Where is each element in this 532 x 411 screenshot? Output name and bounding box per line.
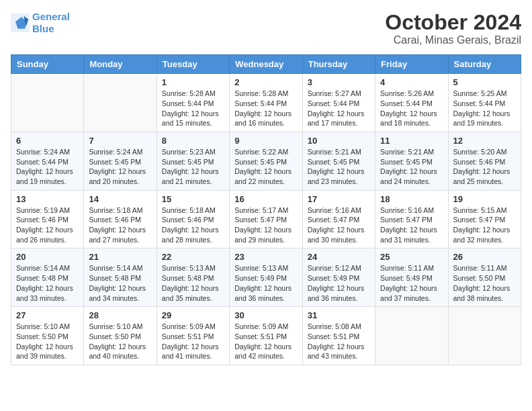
calendar-week-row: 20Sunrise: 5:14 AMSunset: 5:48 PMDayligh… bbox=[11, 248, 521, 307]
calendar-day-cell: 15Sunrise: 5:18 AMSunset: 5:46 PMDayligh… bbox=[157, 190, 229, 248]
day-info: Sunrise: 5:18 AMSunset: 5:46 PMDaylight:… bbox=[162, 205, 224, 245]
calendar-week-row: 6Sunrise: 5:24 AMSunset: 5:44 PMDaylight… bbox=[11, 132, 521, 190]
logo-line2: Blue bbox=[32, 23, 54, 34]
weekday-header: Tuesday bbox=[157, 55, 229, 74]
calendar-day-cell: 26Sunrise: 5:11 AMSunset: 5:50 PMDayligh… bbox=[448, 248, 521, 307]
day-number: 13 bbox=[16, 194, 79, 204]
day-number: 1 bbox=[162, 77, 224, 87]
weekday-header: Wednesday bbox=[230, 55, 302, 74]
day-info: Sunrise: 5:09 AMSunset: 5:51 PMDaylight:… bbox=[234, 322, 297, 361]
calendar-day-cell: 25Sunrise: 5:11 AMSunset: 5:49 PMDayligh… bbox=[375, 248, 448, 307]
day-number: 8 bbox=[162, 136, 224, 146]
day-number: 28 bbox=[89, 310, 151, 320]
calendar-day-cell: 31Sunrise: 5:08 AMSunset: 5:51 PMDayligh… bbox=[302, 307, 375, 365]
day-number: 3 bbox=[308, 77, 370, 87]
day-info: Sunrise: 5:21 AMSunset: 5:45 PMDaylight:… bbox=[308, 147, 370, 187]
day-info: Sunrise: 5:24 AMSunset: 5:45 PMDaylight:… bbox=[89, 147, 151, 187]
day-info: Sunrise: 5:16 AMSunset: 5:47 PMDaylight:… bbox=[380, 205, 443, 245]
day-info: Sunrise: 5:25 AMSunset: 5:44 PMDaylight:… bbox=[453, 89, 516, 128]
day-info: Sunrise: 5:23 AMSunset: 5:45 PMDaylight:… bbox=[162, 147, 224, 187]
calendar-week-row: 1Sunrise: 5:28 AMSunset: 5:44 PMDaylight… bbox=[11, 74, 521, 132]
day-info: Sunrise: 5:15 AMSunset: 5:47 PMDaylight:… bbox=[453, 205, 516, 245]
day-number: 25 bbox=[380, 252, 443, 262]
calendar-day-cell: 18Sunrise: 5:16 AMSunset: 5:47 PMDayligh… bbox=[375, 190, 448, 248]
day-info: Sunrise: 5:19 AMSunset: 5:46 PMDaylight:… bbox=[16, 205, 79, 245]
calendar-day-cell bbox=[448, 307, 521, 365]
logo-icon bbox=[11, 13, 30, 32]
day-number: 14 bbox=[89, 194, 151, 204]
day-number: 31 bbox=[308, 310, 370, 320]
calendar-day-cell: 10Sunrise: 5:21 AMSunset: 5:45 PMDayligh… bbox=[302, 132, 375, 190]
day-number: 20 bbox=[16, 252, 79, 262]
day-number: 16 bbox=[234, 194, 297, 204]
calendar-day-cell: 14Sunrise: 5:18 AMSunset: 5:46 PMDayligh… bbox=[84, 190, 157, 248]
day-number: 30 bbox=[234, 310, 297, 320]
day-info: Sunrise: 5:27 AMSunset: 5:44 PMDaylight:… bbox=[308, 89, 370, 128]
calendar-day-cell: 17Sunrise: 5:16 AMSunset: 5:47 PMDayligh… bbox=[302, 190, 375, 248]
day-number: 10 bbox=[308, 136, 370, 146]
day-info: Sunrise: 5:11 AMSunset: 5:49 PMDaylight:… bbox=[380, 263, 443, 303]
day-number: 24 bbox=[308, 252, 370, 262]
calendar-day-cell: 9Sunrise: 5:22 AMSunset: 5:45 PMDaylight… bbox=[230, 132, 302, 190]
day-number: 21 bbox=[89, 252, 151, 262]
calendar-day-cell: 19Sunrise: 5:15 AMSunset: 5:47 PMDayligh… bbox=[448, 190, 521, 248]
calendar-header-row: SundayMondayTuesdayWednesdayThursdayFrid… bbox=[11, 55, 521, 74]
day-info: Sunrise: 5:22 AMSunset: 5:45 PMDaylight:… bbox=[234, 147, 297, 187]
page-header: General Blue October 2024 Carai, Minas G… bbox=[11, 11, 521, 46]
calendar-day-cell: 29Sunrise: 5:09 AMSunset: 5:51 PMDayligh… bbox=[157, 307, 229, 365]
day-number: 18 bbox=[380, 194, 443, 204]
calendar-day-cell: 12Sunrise: 5:20 AMSunset: 5:46 PMDayligh… bbox=[448, 132, 521, 190]
calendar-day-cell bbox=[375, 307, 448, 365]
calendar-week-row: 27Sunrise: 5:10 AMSunset: 5:50 PMDayligh… bbox=[11, 307, 521, 365]
day-info: Sunrise: 5:20 AMSunset: 5:46 PMDaylight:… bbox=[453, 147, 516, 187]
calendar-day-cell: 6Sunrise: 5:24 AMSunset: 5:44 PMDaylight… bbox=[11, 132, 84, 190]
calendar-day-cell: 22Sunrise: 5:13 AMSunset: 5:48 PMDayligh… bbox=[157, 248, 229, 307]
day-number: 9 bbox=[234, 136, 297, 146]
day-info: Sunrise: 5:28 AMSunset: 5:44 PMDaylight:… bbox=[234, 89, 297, 128]
day-number: 15 bbox=[162, 194, 224, 204]
day-number: 29 bbox=[162, 310, 224, 320]
day-number: 7 bbox=[89, 136, 151, 146]
calendar-day-cell: 20Sunrise: 5:14 AMSunset: 5:48 PMDayligh… bbox=[11, 248, 84, 307]
calendar-day-cell: 8Sunrise: 5:23 AMSunset: 5:45 PMDaylight… bbox=[157, 132, 229, 190]
day-number: 22 bbox=[162, 252, 224, 262]
day-info: Sunrise: 5:16 AMSunset: 5:47 PMDaylight:… bbox=[308, 205, 370, 245]
day-number: 6 bbox=[16, 136, 79, 146]
day-info: Sunrise: 5:10 AMSunset: 5:50 PMDaylight:… bbox=[16, 322, 79, 361]
weekday-header: Monday bbox=[84, 55, 157, 74]
day-info: Sunrise: 5:24 AMSunset: 5:44 PMDaylight:… bbox=[16, 147, 79, 187]
day-info: Sunrise: 5:18 AMSunset: 5:46 PMDaylight:… bbox=[89, 205, 151, 245]
day-number: 17 bbox=[308, 194, 370, 204]
day-info: Sunrise: 5:28 AMSunset: 5:44 PMDaylight:… bbox=[162, 89, 224, 128]
day-number: 26 bbox=[453, 252, 516, 262]
day-number: 27 bbox=[16, 310, 79, 320]
calendar-day-cell: 11Sunrise: 5:21 AMSunset: 5:45 PMDayligh… bbox=[375, 132, 448, 190]
calendar-day-cell: 1Sunrise: 5:28 AMSunset: 5:44 PMDaylight… bbox=[157, 74, 229, 132]
title-block: October 2024 Carai, Minas Gerais, Brazil bbox=[385, 11, 521, 46]
logo-line1: General bbox=[32, 11, 70, 22]
day-info: Sunrise: 5:13 AMSunset: 5:48 PMDaylight:… bbox=[162, 263, 224, 303]
calendar-day-cell: 13Sunrise: 5:19 AMSunset: 5:46 PMDayligh… bbox=[11, 190, 84, 248]
weekday-header: Saturday bbox=[448, 55, 521, 74]
day-info: Sunrise: 5:21 AMSunset: 5:45 PMDaylight:… bbox=[380, 147, 443, 187]
calendar-day-cell: 4Sunrise: 5:26 AMSunset: 5:44 PMDaylight… bbox=[375, 74, 448, 132]
calendar-week-row: 13Sunrise: 5:19 AMSunset: 5:46 PMDayligh… bbox=[11, 190, 521, 248]
day-number: 12 bbox=[453, 136, 516, 146]
calendar-day-cell: 5Sunrise: 5:25 AMSunset: 5:44 PMDaylight… bbox=[448, 74, 521, 132]
day-info: Sunrise: 5:14 AMSunset: 5:48 PMDaylight:… bbox=[89, 263, 151, 303]
calendar-day-cell: 30Sunrise: 5:09 AMSunset: 5:51 PMDayligh… bbox=[230, 307, 302, 365]
calendar-day-cell: 24Sunrise: 5:12 AMSunset: 5:49 PMDayligh… bbox=[302, 248, 375, 307]
day-info: Sunrise: 5:11 AMSunset: 5:50 PMDaylight:… bbox=[453, 263, 516, 303]
weekday-header: Thursday bbox=[302, 55, 375, 74]
day-number: 11 bbox=[380, 136, 443, 146]
day-info: Sunrise: 5:17 AMSunset: 5:47 PMDaylight:… bbox=[234, 205, 297, 245]
day-info: Sunrise: 5:14 AMSunset: 5:48 PMDaylight:… bbox=[16, 263, 79, 303]
day-number: 2 bbox=[234, 77, 297, 87]
day-number: 23 bbox=[234, 252, 297, 262]
calendar-day-cell: 16Sunrise: 5:17 AMSunset: 5:47 PMDayligh… bbox=[230, 190, 302, 248]
day-info: Sunrise: 5:26 AMSunset: 5:44 PMDaylight:… bbox=[380, 89, 443, 128]
day-info: Sunrise: 5:09 AMSunset: 5:51 PMDaylight:… bbox=[162, 322, 224, 361]
calendar-day-cell bbox=[11, 74, 84, 132]
day-info: Sunrise: 5:08 AMSunset: 5:51 PMDaylight:… bbox=[308, 322, 370, 361]
day-info: Sunrise: 5:13 AMSunset: 5:49 PMDaylight:… bbox=[234, 263, 297, 303]
